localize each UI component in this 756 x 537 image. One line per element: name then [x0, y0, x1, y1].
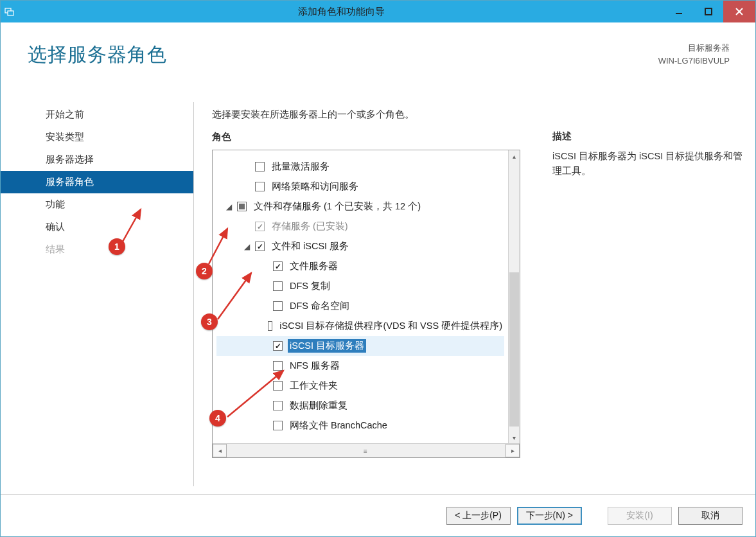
target-server-info: 目标服务器 WIN-LG7I6IBVULP [658, 42, 730, 67]
nav-step-confirmation[interactable]: 确认 [1, 216, 193, 238]
role-checkbox[interactable] [255, 182, 265, 191]
target-server-name: WIN-LG7I6IBVULP [658, 55, 730, 67]
maximize-button[interactable] [694, 1, 723, 22]
wizard-steps-nav: 开始之前 安装类型 服务器选择 服务器角色 功能 确认 结果 [1, 97, 193, 491]
roles-heading: 角色 [212, 131, 533, 143]
page-title: 选择服务器角色 [28, 42, 167, 68]
role-label: 文件和 iSCSI 服务 [270, 240, 351, 253]
role-label: 文件和存储服务 (1 个已安装，共 12 个) [252, 200, 423, 213]
wizard-body: 开始之前 安装类型 服务器选择 服务器角色 功能 确认 结果 选择要安装在所选服… [1, 97, 755, 491]
role-checkbox[interactable] [273, 361, 283, 371]
scroll-down-icon[interactable]: ▾ [509, 432, 520, 443]
roles-column: 选择要安装在所选服务器上的一个或多个角色。 角色 批量激活服务网络策略和访问服务… [212, 97, 533, 491]
install-button: 安装(I) [608, 507, 672, 525]
role-tree-item[interactable]: 数据删除重复 [216, 396, 504, 416]
instruction-text: 选择要安装在所选服务器上的一个或多个角色。 [212, 109, 533, 121]
role-tree-item[interactable]: NFS 服务器 [216, 356, 504, 376]
wizard-footer: < 上一步(P) 下一步(N) > 安装(I) 取消 [1, 494, 755, 536]
svg-rect-3 [705, 8, 712, 15]
horizontal-scroll-track[interactable]: ≡ [227, 444, 505, 457]
nav-step-server-roles[interactable]: 服务器角色 [1, 171, 193, 193]
next-button[interactable]: 下一步(N) > [517, 507, 583, 525]
role-label: DFS 命名空间 [288, 299, 351, 313]
cancel-button[interactable]: 取消 [678, 507, 743, 525]
role-tree-item[interactable]: 存储服务 (已安装) [216, 216, 504, 236]
nav-step-server-selection[interactable]: 服务器选择 [1, 148, 193, 171]
role-checkbox[interactable] [273, 421, 283, 430]
role-checkbox[interactable] [273, 381, 283, 391]
previous-button[interactable]: < 上一步(P) [446, 507, 511, 525]
role-label: 文件服务器 [288, 260, 340, 273]
role-tree-item[interactable]: 网络文件 BranchCache [216, 416, 504, 436]
role-label: iSCSI 目标服务器 [288, 339, 366, 353]
role-tree-item[interactable]: iSCSI 目标存储提供程序(VDS 和 VSS 硬件提供程序) [216, 316, 504, 336]
role-label: 数据删除重复 [288, 399, 349, 412]
role-tree-item[interactable]: DFS 复制 [216, 276, 504, 296]
role-checkbox[interactable] [255, 242, 265, 251]
nav-step-before-you-begin[interactable]: 开始之前 [1, 103, 193, 126]
role-label: iSCSI 目标存储提供程序(VDS 和 VSS 硬件提供程序) [277, 319, 504, 333]
role-label: 网络文件 BranchCache [288, 419, 389, 432]
expander-open-icon[interactable]: ◢ [224, 202, 233, 211]
roles-tree: 批量激活服务网络策略和访问服务◢文件和存储服务 (1 个已安装，共 12 个)存… [212, 150, 520, 458]
nav-step-features[interactable]: 功能 [1, 193, 193, 216]
role-checkbox[interactable] [273, 261, 283, 271]
role-tree-item[interactable]: 批量激活服务 [216, 157, 504, 177]
system-icon [1, 6, 19, 17]
titlebar: 添加角色和功能向导 [1, 1, 755, 22]
role-label: 存储服务 (已安装) [270, 220, 350, 233]
scroll-thumb[interactable] [509, 272, 519, 427]
description-text: iSCSI 目标服务器为 iSCSI 目标提供服务和管理工具。 [552, 149, 744, 179]
main-pane: 选择要安装在所选服务器上的一个或多个角色。 角色 批量激活服务网络策略和访问服务… [194, 97, 755, 491]
role-checkbox[interactable] [268, 321, 272, 331]
role-tree-item[interactable]: ◢文件和 iSCSI 服务 [216, 236, 504, 256]
role-checkbox[interactable] [273, 341, 283, 351]
description-heading: 描述 [552, 130, 744, 143]
wizard-window: 添加角色和功能向导 选择服务器角色 目标服务器 WIN-LG7I6IBVULP … [0, 0, 756, 537]
scroll-up-icon[interactable]: ▴ [509, 150, 520, 162]
role-label: 工作文件夹 [288, 379, 340, 392]
role-tree-item[interactable]: 文件服务器 [216, 256, 504, 276]
role-tree-item[interactable]: DFS 命名空间 [216, 296, 504, 316]
window-controls [664, 1, 755, 22]
role-checkbox[interactable] [273, 301, 283, 311]
role-tree-item[interactable]: 工作文件夹 [216, 376, 504, 396]
roles-tree-viewport[interactable]: 批量激活服务网络策略和访问服务◢文件和存储服务 (1 个已安装，共 12 个)存… [213, 150, 508, 443]
target-server-label: 目标服务器 [658, 42, 730, 55]
page-header: 选择服务器角色 目标服务器 WIN-LG7I6IBVULP [1, 22, 755, 73]
role-checkbox[interactable] [255, 162, 265, 172]
role-checkbox[interactable] [273, 281, 283, 291]
close-button[interactable] [723, 1, 755, 22]
role-label: 网络策略和访问服务 [270, 180, 360, 193]
window-title: 添加角色和功能向导 [19, 6, 664, 18]
vertical-scrollbar[interactable]: ▴ ▾ [508, 150, 520, 443]
role-tree-item[interactable]: iSCSI 目标服务器 [216, 336, 504, 356]
role-checkbox[interactable] [273, 401, 283, 410]
role-tree-item[interactable]: ◢文件和存储服务 (1 个已安装，共 12 个) [216, 197, 504, 216]
role-checkbox[interactable] [255, 222, 265, 231]
horizontal-scrollbar[interactable]: ◂ ≡ ▸ [213, 443, 520, 457]
role-label: 批量激活服务 [270, 160, 331, 173]
role-tree-item[interactable]: 网络策略和访问服务 [216, 177, 504, 197]
scroll-left-icon[interactable]: ◂ [213, 444, 227, 457]
nav-step-results: 结果 [1, 238, 193, 261]
scroll-right-icon[interactable]: ▸ [505, 444, 520, 457]
role-label: NFS 服务器 [288, 359, 342, 373]
role-label: DFS 复制 [288, 279, 332, 293]
role-checkbox[interactable] [237, 202, 247, 211]
nav-step-installation-type[interactable]: 安装类型 [1, 126, 193, 148]
svg-rect-1 [8, 11, 13, 15]
expander-open-icon[interactable]: ◢ [242, 242, 251, 251]
description-column: 描述 iSCSI 目标服务器为 iSCSI 目标提供服务和管理工具。 [552, 97, 744, 491]
minimize-button[interactable] [664, 1, 694, 22]
